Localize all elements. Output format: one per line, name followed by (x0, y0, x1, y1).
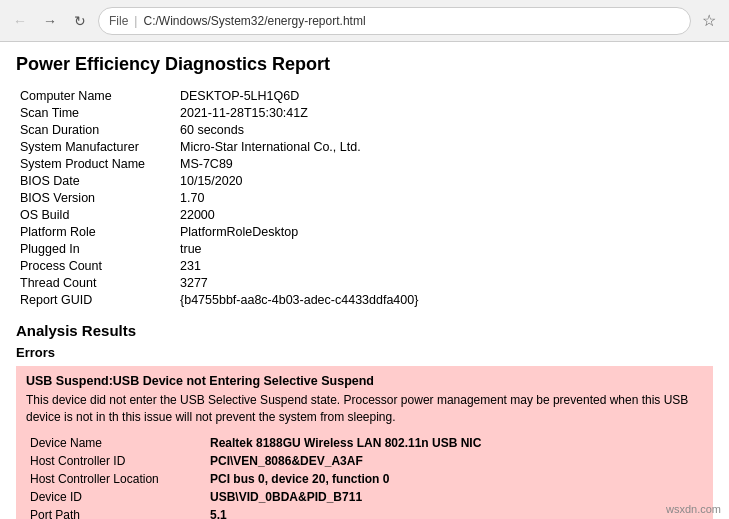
info-value: MS-7C89 (176, 155, 713, 172)
info-value: 2021-11-28T15:30:41Z (176, 104, 713, 121)
info-label: Scan Time (16, 104, 176, 121)
back-button[interactable]: ← (8, 9, 32, 33)
detail-label: Host Controller Location (26, 470, 206, 488)
errors-container: USB Suspend:USB Device not Entering Sele… (16, 366, 713, 519)
system-info-row: Report GUID{b4755bbf-aa8c-4b03-adec-c443… (16, 291, 713, 308)
error-block: USB Suspend:USB Device not Entering Sele… (16, 366, 713, 519)
page-content: Power Efficiency Diagnostics Report Comp… (0, 42, 729, 519)
info-value: 22000 (176, 206, 713, 223)
errors-subsection-title: Errors (16, 345, 713, 360)
info-label: BIOS Version (16, 189, 176, 206)
system-info-row: System Product NameMS-7C89 (16, 155, 713, 172)
page-title: Power Efficiency Diagnostics Report (16, 54, 713, 75)
info-value: 231 (176, 257, 713, 274)
browser-chrome: ← → ↻ File | C:/Windows/System32/energy-… (0, 0, 729, 42)
error-detail-row: Port Path5,1 (26, 506, 703, 519)
system-info-row: OS Build22000 (16, 206, 713, 223)
error-description: This device did not enter the USB Select… (26, 392, 703, 426)
error-detail-row: Host Controller IDPCI\VEN_8086&DEV_A3AF (26, 452, 703, 470)
info-label: System Product Name (16, 155, 176, 172)
error-detail-table: Device NameRealtek 8188GU Wireless LAN 8… (26, 434, 703, 519)
info-value: 1.70 (176, 189, 713, 206)
info-value: PlatformRoleDesktop (176, 223, 713, 240)
info-label: Scan Duration (16, 121, 176, 138)
info-label: Computer Name (16, 87, 176, 104)
info-label: Plugged In (16, 240, 176, 257)
detail-label: Host Controller ID (26, 452, 206, 470)
info-label: Thread Count (16, 274, 176, 291)
system-info-row: Process Count231 (16, 257, 713, 274)
error-detail-row: Device IDUSB\VID_0BDA&PID_B711 (26, 488, 703, 506)
info-value: 3277 (176, 274, 713, 291)
address-url: C:/Windows/System32/energy-report.html (143, 14, 680, 28)
protocol-label: File (109, 14, 128, 28)
info-value: true (176, 240, 713, 257)
analysis-section-title: Analysis Results (16, 322, 713, 339)
system-info-row: Scan Time2021-11-28T15:30:41Z (16, 104, 713, 121)
address-separator: | (134, 14, 137, 28)
detail-value: Realtek 8188GU Wireless LAN 802.11n USB … (206, 434, 703, 452)
detail-value: 5,1 (206, 506, 703, 519)
system-info-row: Platform RolePlatformRoleDesktop (16, 223, 713, 240)
info-label: Report GUID (16, 291, 176, 308)
watermark: wsxdn.com (666, 503, 721, 515)
info-value: 10/15/2020 (176, 172, 713, 189)
system-info-row: Scan Duration60 seconds (16, 121, 713, 138)
forward-button[interactable]: → (38, 9, 62, 33)
refresh-button[interactable]: ↻ (68, 9, 92, 33)
info-label: System Manufacturer (16, 138, 176, 155)
detail-value: PCI\VEN_8086&DEV_A3AF (206, 452, 703, 470)
error-detail-row: Host Controller LocationPCI bus 0, devic… (26, 470, 703, 488)
system-info-row: Thread Count3277 (16, 274, 713, 291)
info-value: {b4755bbf-aa8c-4b03-adec-c4433ddfa400} (176, 291, 713, 308)
info-label: Platform Role (16, 223, 176, 240)
info-value: 60 seconds (176, 121, 713, 138)
system-info-row: System ManufacturerMicro-Star Internatio… (16, 138, 713, 155)
detail-value: USB\VID_0BDA&PID_B711 (206, 488, 703, 506)
info-value: Micro-Star International Co., Ltd. (176, 138, 713, 155)
detail-value: PCI bus 0, device 20, function 0 (206, 470, 703, 488)
bookmark-button[interactable]: ☆ (697, 9, 721, 33)
system-info-row: Plugged Intrue (16, 240, 713, 257)
system-info-row: Computer NameDESKTOP-5LH1Q6D (16, 87, 713, 104)
detail-label: Device ID (26, 488, 206, 506)
detail-label: Device Name (26, 434, 206, 452)
info-label: OS Build (16, 206, 176, 223)
system-info-row: BIOS Version1.70 (16, 189, 713, 206)
info-label: BIOS Date (16, 172, 176, 189)
system-info-table: Computer NameDESKTOP-5LH1Q6DScan Time202… (16, 87, 713, 308)
address-bar[interactable]: File | C:/Windows/System32/energy-report… (98, 7, 691, 35)
error-detail-row: Device NameRealtek 8188GU Wireless LAN 8… (26, 434, 703, 452)
detail-label: Port Path (26, 506, 206, 519)
info-label: Process Count (16, 257, 176, 274)
info-value: DESKTOP-5LH1Q6D (176, 87, 713, 104)
error-title: USB Suspend:USB Device not Entering Sele… (26, 374, 703, 388)
system-info-row: BIOS Date10/15/2020 (16, 172, 713, 189)
